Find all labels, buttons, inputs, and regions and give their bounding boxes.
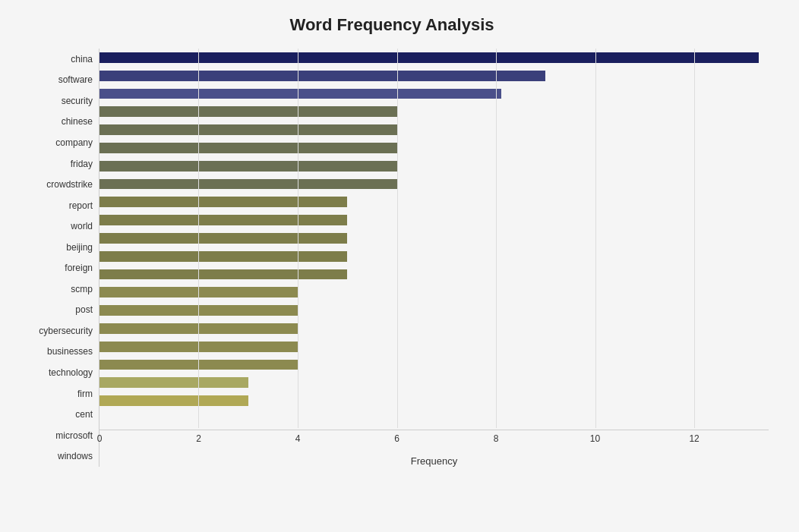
bar xyxy=(99,161,397,172)
y-axis-label: report xyxy=(69,201,93,210)
bar xyxy=(99,197,347,207)
y-axis-label: company xyxy=(55,138,93,147)
bar xyxy=(99,71,545,81)
y-axis-label: microsoft xyxy=(55,431,93,440)
bar xyxy=(99,269,347,280)
y-axis-label: cent xyxy=(75,410,93,419)
x-tick: 2 xyxy=(196,433,201,444)
bar xyxy=(99,106,397,117)
x-tick: 4 xyxy=(295,433,301,444)
y-axis-label: firm xyxy=(77,389,93,398)
grid-line xyxy=(298,49,298,428)
x-axis-label: Frequency xyxy=(99,455,769,467)
bars-section xyxy=(99,49,769,428)
bar-row xyxy=(99,229,769,247)
grid-line xyxy=(496,49,497,428)
chart-container: Word Frequency Analysis chinasoftwaresec… xyxy=(0,0,799,532)
y-axis-label: post xyxy=(75,305,93,314)
bar xyxy=(99,251,347,262)
bar-row xyxy=(99,193,769,211)
bar-row xyxy=(99,102,769,121)
bars-and-x: 024681012 Frequency xyxy=(99,49,769,467)
bar-row xyxy=(99,85,769,103)
bar-row xyxy=(99,301,769,320)
bar xyxy=(99,179,397,190)
bar-row xyxy=(99,283,769,301)
y-axis-label: china xyxy=(71,55,93,64)
x-tick: 8 xyxy=(494,433,499,444)
x-tick: 10 xyxy=(590,433,600,444)
y-axis-label: businesses xyxy=(47,347,93,356)
y-axis-label: friday xyxy=(71,159,93,168)
y-axis-label: crowdstrike xyxy=(46,180,93,189)
bar xyxy=(99,89,501,99)
y-axis-label: technology xyxy=(49,368,93,377)
bar-row xyxy=(99,157,769,175)
bar-row xyxy=(99,247,769,266)
y-axis-label: windows xyxy=(58,452,93,461)
y-axis-label: software xyxy=(58,75,93,84)
grid-line xyxy=(198,49,199,428)
y-axis-label: foreign xyxy=(65,263,93,272)
x-tick: 12 xyxy=(689,433,699,444)
chart-area: chinasoftwaresecuritychinesecompanyfrida… xyxy=(15,49,769,467)
bar-row xyxy=(99,392,769,410)
bar-row xyxy=(99,139,769,157)
bar-row xyxy=(99,49,769,67)
y-axis-label: cybersecurity xyxy=(39,326,93,335)
bar xyxy=(99,124,397,135)
y-axis-label: world xyxy=(71,222,93,231)
x-tick: 6 xyxy=(394,433,400,444)
y-axis-label: scmp xyxy=(71,285,93,294)
bar-row xyxy=(99,121,769,139)
bar-row xyxy=(99,67,769,85)
bar-row xyxy=(99,266,769,284)
x-tick: 0 xyxy=(97,433,103,444)
grid-line xyxy=(694,49,695,428)
y-axis-label: beijing xyxy=(66,243,93,252)
grid-line xyxy=(397,49,398,428)
bar-row xyxy=(99,211,769,229)
bar xyxy=(99,377,248,388)
bar xyxy=(99,395,248,406)
bar-row xyxy=(99,356,769,374)
bar-row xyxy=(99,175,769,194)
bar xyxy=(99,143,397,153)
bar xyxy=(99,215,347,225)
y-labels: chinasoftwaresecuritychinesecompanyfrida… xyxy=(15,49,99,467)
y-axis-label: security xyxy=(62,96,93,105)
bar-row xyxy=(99,320,769,338)
y-axis-label: chinese xyxy=(62,117,93,126)
grid-line xyxy=(595,49,596,428)
bar xyxy=(99,233,347,244)
x-axis: 024681012 xyxy=(99,430,769,452)
bar-row xyxy=(99,338,769,356)
chart-title: Word Frequency Analysis xyxy=(15,15,769,35)
bar-row xyxy=(99,373,769,392)
